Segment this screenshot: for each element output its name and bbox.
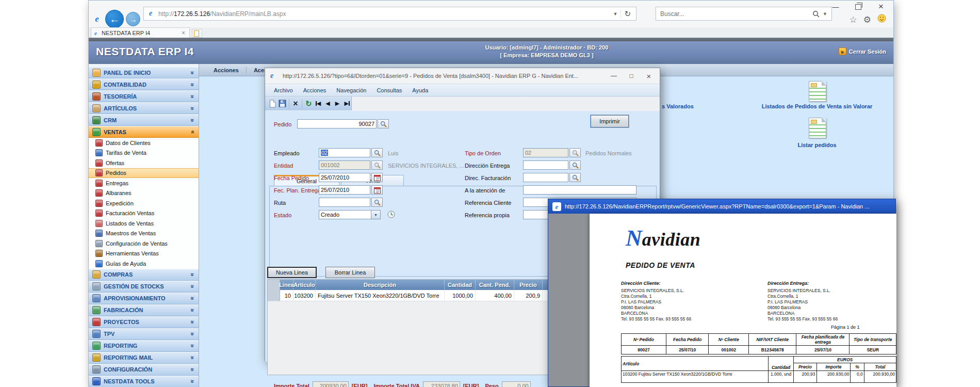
- fecha-pedido-calendar-button[interactable]: [371, 173, 383, 182]
- sidebar-item-configuracion-de-ventas[interactable]: Configuración de Ventas »: [89, 238, 199, 249]
- sidebar-item-datos-de-clientes[interactable]: Datos de Clientes »: [89, 138, 199, 148]
- fec-plan-entrega-calendar-button[interactable]: [371, 185, 383, 195]
- atencion-input[interactable]: [523, 185, 636, 195]
- pedido-lookup-button[interactable]: [378, 119, 389, 128]
- direc-facturacion-lookup-button[interactable]: [569, 173, 581, 182]
- ruta-input[interactable]: [319, 198, 370, 207]
- new-tab-button[interactable]: [192, 29, 202, 38]
- grid-header-precio[interactable]: Precio: [514, 280, 543, 290]
- last-record-button[interactable]: ▶: [342, 98, 351, 110]
- popup-title-bar[interactable]: e http://172.26.5.126/?tipo=6&IDtorden=0…: [265, 68, 660, 84]
- back-button[interactable]: ←: [105, 10, 124, 28]
- sidebar-item-albaranes[interactable]: Albaranes »: [89, 188, 199, 199]
- autocomplete-dropdown-icon[interactable]: ▼: [610, 11, 621, 17]
- save-button[interactable]: [278, 98, 287, 110]
- first-record-button[interactable]: ◀: [314, 98, 323, 110]
- fec-plan-entrega-input[interactable]: 25/07/2010: [319, 185, 370, 195]
- fecha-pedido-input[interactable]: 25/07/2010: [319, 173, 370, 182]
- empleado-lookup-button[interactable]: [371, 148, 383, 157]
- report-icon-listar-pedidos[interactable]: [809, 118, 826, 138]
- sidebar-item-ofertas[interactable]: Ofertas »: [89, 158, 199, 168]
- report-title-bar[interactable]: e http://172.26.5.126/NavidianERPReport/…: [548, 199, 895, 214]
- sidebar-item-expedicion[interactable]: Expedición »: [89, 198, 199, 208]
- entidad-lookup-button[interactable]: [371, 160, 383, 170]
- direc-facturacion-input[interactable]: [523, 173, 568, 182]
- sidebar-item-articulos[interactable]: ARTÍCULOS »: [89, 102, 199, 114]
- grid-header-linea[interactable]: Línea: [280, 280, 293, 290]
- sidebar-item-reporting[interactable]: REPORTING »: [89, 340, 199, 352]
- sidebar-item-tesoreria[interactable]: TESORERÍA »: [89, 90, 199, 102]
- sidebar-item-herramientas-ventas[interactable]: Herramientas Ventas »: [89, 249, 199, 259]
- nueva-linea-button[interactable]: Nueva Linea: [267, 267, 317, 278]
- grid-row-selector[interactable]: [268, 290, 280, 301]
- sidebar-item-reporting-mail[interactable]: REPORTING MAIL »: [89, 352, 199, 364]
- menu-acciones[interactable]: Acciones: [208, 66, 244, 74]
- search-icon[interactable]: [810, 10, 822, 18]
- link-valorados-partial[interactable]: s Valorados: [662, 103, 694, 109]
- tab-close-icon[interactable]: ×: [181, 29, 186, 37]
- sidebar-item-crm[interactable]: CRM »: [89, 114, 199, 126]
- direccion-entrega-lookup-button[interactable]: [569, 160, 581, 170]
- tab-nestdata-erp[interactable]: e NESTDATA ERP I4 ×: [91, 27, 190, 38]
- sidebar-item-aprovisionamiento[interactable]: APROVISIONAMIENTO »: [89, 293, 199, 304]
- smiley-feedback-icon[interactable]: [877, 14, 886, 25]
- popup-minimize-button[interactable]: —: [605, 70, 623, 82]
- estado-select[interactable]: Creado ▼: [319, 210, 381, 219]
- popup-close-button[interactable]: ×: [640, 70, 658, 82]
- restore-button[interactable]: [847, 1, 870, 13]
- sidebar-item-compras[interactable]: COMPRAS »: [89, 269, 199, 281]
- link-listar-pedidos[interactable]: Listar pedidos: [797, 142, 836, 148]
- previous-record-button[interactable]: ◀: [323, 98, 332, 110]
- search-input[interactable]: [656, 10, 810, 18]
- estado-history-icon[interactable]: [387, 210, 396, 221]
- sidebar-item-gestion-de-stocks[interactable]: GESTIÓN DE STOCKS »: [89, 281, 199, 293]
- ruta-lookup-button[interactable]: [371, 198, 383, 207]
- new-record-button[interactable]: [268, 98, 277, 110]
- sidebar-item-entregas[interactable]: Entregas »: [89, 178, 199, 188]
- grid-header-articulo[interactable]: Artículo: [293, 280, 316, 290]
- refresh-icon[interactable]: ↻: [620, 9, 634, 19]
- favorites-star-icon[interactable]: ☆: [850, 14, 857, 25]
- empleado-input[interactable]: 02: [319, 148, 370, 157]
- next-record-button[interactable]: ▶: [333, 98, 342, 110]
- pedido-input[interactable]: 90027: [297, 119, 377, 128]
- sidebar-item-guias-de-ayuda[interactable]: Guías de Ayuda »: [89, 259, 199, 269]
- sidebar-item-fabricacion[interactable]: FABRICACIÓN »: [89, 304, 199, 316]
- tipo-orden-lookup-button[interactable]: [569, 148, 581, 157]
- sidebar-item-panel-de-inicio[interactable]: PANEL DE INICIO »: [89, 67, 199, 78]
- link-sin-valorar[interactable]: Listados de Pedidos de Venta sin Valorar: [762, 103, 873, 109]
- close-button[interactable]: ×: [870, 1, 892, 13]
- sidebar-item-tarifas-de-venta[interactable]: Tarifas de Venta »: [89, 148, 199, 158]
- direccion-entrega-input[interactable]: [523, 160, 568, 170]
- sidebar-item-ventas[interactable]: VENTAS »: [89, 126, 199, 138]
- sidebar-item-pedidos[interactable]: Pedidos »: [89, 168, 199, 179]
- imprimir-button[interactable]: Imprimir: [591, 115, 629, 127]
- grid-header-cant-pend[interactable]: Cant. Pend.: [476, 280, 514, 290]
- popup-menu-navegacion[interactable]: Navegación: [332, 86, 371, 95]
- popup-menu-archivo[interactable]: Archivo: [269, 86, 298, 95]
- popup-menu-ayuda[interactable]: Ayuda: [407, 86, 433, 95]
- borrar-linea-button[interactable]: Borrar Linea: [325, 267, 375, 278]
- sidebar-item-proyectos[interactable]: PROYECTOS »: [89, 316, 199, 328]
- popup-maximize-button[interactable]: □: [623, 70, 640, 82]
- logout-button[interactable]: ▸ Cerrar Sesión: [839, 47, 886, 55]
- sidebar-item-tpv[interactable]: TPV »: [89, 328, 199, 340]
- refresh-record-button[interactable]: ↻: [304, 98, 313, 110]
- sidebar-item-listados-de-ventas[interactable]: Listados de Ventas »: [89, 218, 199, 229]
- grid-header-cantidad[interactable]: Cantidad: [445, 280, 476, 290]
- forward-button[interactable]: →: [126, 12, 140, 26]
- sidebar-item-maestros-de-ventas[interactable]: Maestros de Ventas »: [89, 229, 199, 239]
- minimize-button[interactable]: —: [824, 1, 847, 13]
- delete-record-button[interactable]: ×: [291, 98, 300, 110]
- address-bar[interactable]: e http://172.26.5.126/NavidianERP/mainLB…: [143, 7, 636, 21]
- report-icon-sin-valorar[interactable]: [809, 81, 826, 102]
- sidebar-item-nestdata-tools[interactable]: NESTDATA TOOLS »: [89, 376, 199, 387]
- sidebar-item-configuracion[interactable]: CONFIGURACIÓN »: [89, 364, 199, 376]
- sidebar-item-facturacion-ventas[interactable]: Facturación Ventas »: [89, 208, 199, 219]
- settings-gear-icon[interactable]: ⚙: [863, 14, 871, 25]
- popup-menu-consultas[interactable]: Consultas: [372, 86, 406, 95]
- grid-header-descripcion[interactable]: Descripción: [316, 280, 445, 290]
- sidebar-item-contabilidad[interactable]: CONTABILIDAD »: [89, 78, 199, 90]
- popup-menu-acciones[interactable]: Acciones: [299, 86, 331, 95]
- toolbar-refresh-icon: ↻: [305, 99, 312, 108]
